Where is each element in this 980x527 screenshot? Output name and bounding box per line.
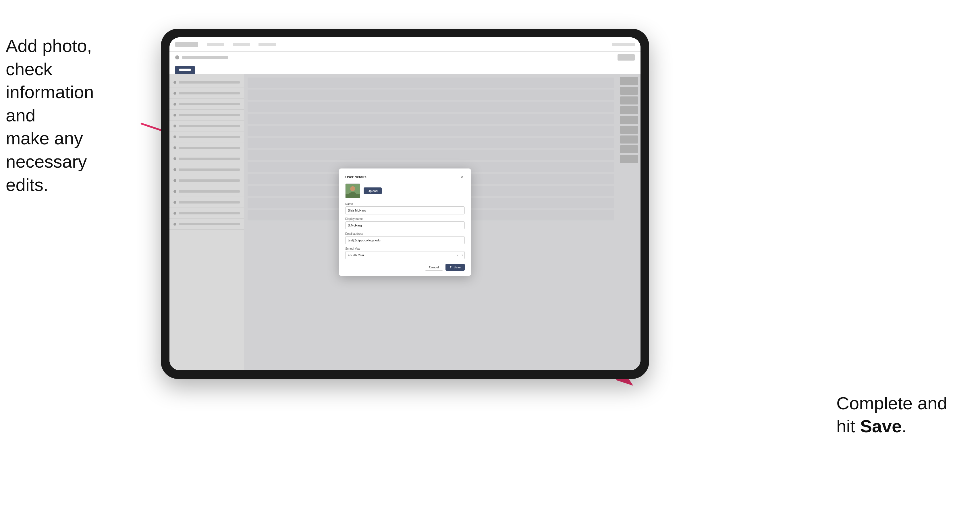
photo-upload-row: Upload (345, 183, 465, 198)
photo-svg (345, 183, 360, 198)
breadcrumb-bar (169, 52, 641, 63)
annotation-left-line2: information and (6, 82, 94, 125)
action-button[interactable] (617, 54, 635, 60)
annotation-right-end: . (902, 416, 907, 436)
email-field-group: Email address (345, 232, 465, 244)
user-photo-thumbnail (345, 183, 360, 198)
school-year-label: School Year (345, 247, 465, 250)
annotation-left-line4: necessary edits. (6, 152, 87, 195)
nav-right-area (612, 43, 635, 46)
annotation-right-strong: Save (860, 416, 902, 436)
nav-item-settings (258, 43, 276, 46)
svg-rect-7 (345, 194, 360, 198)
tablet-screen: User details × (169, 37, 641, 370)
svg-point-5 (350, 186, 355, 191)
breadcrumb-icon (175, 56, 179, 59)
school-year-input[interactable] (345, 251, 465, 259)
tabs-bar (169, 63, 641, 74)
display-name-label: Display name (345, 217, 465, 221)
modal-header: User details × (345, 174, 465, 179)
name-input[interactable] (345, 206, 465, 214)
school-year-select-wrapper: × ▾ (345, 251, 465, 259)
nav-logo (175, 42, 198, 47)
tablet-device: User details × (161, 29, 649, 379)
cancel-button[interactable]: Cancel (425, 264, 443, 271)
nav-item-connections (207, 43, 224, 46)
save-label: Save (453, 265, 461, 269)
top-navigation (169, 37, 641, 52)
annotation-left-line3: make any (6, 128, 83, 148)
modal-footer: Cancel ⬆ Save (345, 264, 465, 271)
display-name-input[interactable] (345, 221, 465, 229)
save-icon: ⬆ (450, 265, 452, 269)
email-input[interactable] (345, 236, 465, 244)
active-tab[interactable] (175, 66, 195, 74)
app-background: User details × (169, 37, 641, 370)
user-details-modal: User details × (339, 168, 471, 276)
annotation-left: Add photo, check information and make an… (6, 35, 126, 196)
close-button[interactable]: × (460, 174, 465, 179)
save-button[interactable]: ⬆ Save (445, 264, 465, 271)
annotation-left-line1: Add photo, check (6, 36, 92, 79)
modal-title: User details (345, 175, 366, 179)
tab-text (179, 68, 191, 71)
email-label: Email address (345, 232, 465, 235)
school-year-field-group: School Year × ▾ (345, 247, 465, 259)
modal-overlay: User details × (169, 74, 641, 370)
content-area: User details × (169, 74, 641, 370)
breadcrumb-text (182, 56, 228, 59)
display-name-field-group: Display name (345, 217, 465, 229)
name-label: Name (345, 202, 465, 206)
nav-item-clubs (233, 43, 250, 46)
annotation-right-line1: Complete and (837, 393, 947, 413)
name-field-group: Name (345, 202, 465, 214)
upload-photo-button[interactable]: Upload (364, 187, 382, 194)
annotation-right-line2: hit (837, 416, 860, 436)
select-clear-icon[interactable]: × (457, 254, 458, 257)
annotation-right: Complete and hit Save. (837, 392, 963, 438)
